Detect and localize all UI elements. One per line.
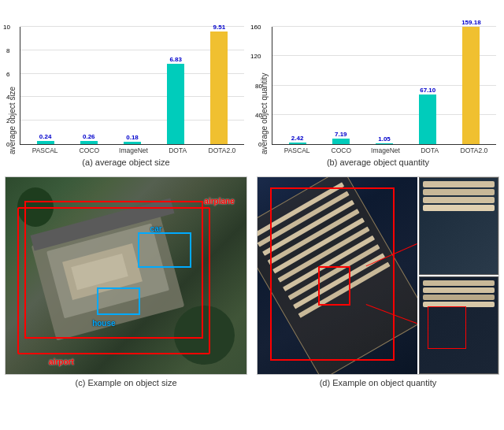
- image-airport: airplane car house airport: [5, 176, 247, 375]
- main-container: average object size 0: [0, 0, 504, 430]
- chart-quantity-caption: (b) average object quantity: [327, 158, 429, 170]
- image-airport-cell: airplane car house airport (c) Example o…: [0, 173, 252, 394]
- bar-pascal-size: 0.24: [24, 133, 67, 144]
- y-axis-label-quantity: average object quantity: [260, 8, 269, 154]
- image-airport-caption: (c) Example on object size: [76, 378, 177, 391]
- bar-coco-size: 0.26: [67, 133, 110, 144]
- bar-imagenet-size: 0.18: [110, 134, 154, 144]
- svg-line-0: [366, 243, 417, 265]
- chart-quantity-cell: average object quantity 0 40 8: [252, 0, 504, 173]
- image-marina-caption: (d) Example on object quantity: [320, 378, 437, 391]
- bar-dota2-qty: 159.18: [450, 19, 493, 144]
- bar-dota-size: 6.83: [154, 56, 198, 144]
- x-label-coco-size: COCO: [67, 146, 111, 154]
- bar-pascal-qty: 2.42: [276, 135, 319, 144]
- bar-dota2-size: 9.51: [198, 24, 241, 144]
- y-axis-label-size: average object size: [8, 8, 17, 154]
- svg-line-1: [366, 304, 417, 323]
- bar-coco-qty: 7.19: [319, 131, 362, 144]
- image-marina-cell: (d) Example on object quantity: [252, 173, 504, 394]
- chart-size-caption: (a) average object size: [82, 158, 169, 170]
- x-label-coco-qty: COCO: [319, 146, 363, 154]
- image-marina: [257, 176, 499, 375]
- bar-dota-qty: 67.10: [406, 87, 450, 144]
- chart-size-cell: average object size 0: [0, 0, 252, 173]
- bar-imagenet-qty: 1.05: [362, 135, 406, 144]
